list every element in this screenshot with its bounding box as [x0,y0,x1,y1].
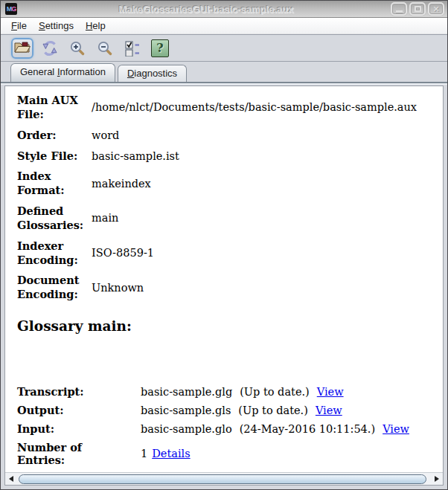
checklist-icon [124,40,141,57]
maximize-button[interactable] [409,2,426,16]
scroll-left-icon [9,476,13,482]
toolbar: ? [1,34,447,62]
details-link[interactable]: Details [152,448,190,460]
field-label: Order: [17,129,80,143]
glossary-heading: Glossary main: [17,318,431,334]
tab-content-area: Main AUX File: /home/nlct/Documents/test… [1,85,447,489]
zoom-in-icon [69,40,86,57]
open-file-button[interactable] [11,38,33,59]
tab-bar: General Information Diagnostics [1,62,447,82]
field-value: word [80,129,431,143]
field-label: Defined Glossaries: [17,204,80,233]
field-value: Unknown [80,281,431,295]
glossary-label: Transcript: [17,385,126,398]
field-value: ISO-8859-1 [80,246,431,260]
help-icon: ? [151,39,169,57]
menu-help[interactable]: Help [80,19,112,33]
glossary-row-entries: Number of Entries: 1Details [17,441,431,466]
glossary-status: (Up to date.) [240,386,310,398]
window-title: MakeGlossariesGUI-basic-sample.aux [22,4,391,15]
close-icon: ✕ [432,4,439,14]
document-view: Main AUX File: /home/nlct/Documents/test… [5,86,443,472]
reload-button[interactable] [39,38,61,59]
view-link[interactable]: View [383,423,409,435]
scrollbar-thumb[interactable] [19,474,426,484]
field-row-document-encoding: Document Encoding: Unknown [17,274,431,302]
menubar: File Settings Help [1,18,447,34]
minimize-button[interactable] [391,2,407,16]
field-label: Document Encoding: [17,274,80,302]
glossary-row-output: Output: basic-sample.gls(Up to date.)Vie… [17,404,431,416]
app-icon-letter-g: G [11,5,16,13]
titlebar[interactable]: MG MakeGlossariesGUI-basic-sample.aux ✕ [1,1,447,18]
horizontal-scrollbar[interactable] [5,472,443,485]
scroll-right-button[interactable] [431,473,443,486]
glossary-file: basic-sample.glo [141,423,232,435]
field-row-style-file: Style File: basic-sample.ist [17,149,431,164]
field-value: makeindex [80,177,431,191]
glossary-file: basic-sample.glg [141,386,232,398]
field-label: Style File: [17,149,80,164]
menu-settings[interactable]: Settings [33,19,80,33]
glossary-row-transcript: Transcript: basic-sample.glg(Up to date.… [17,385,431,398]
scroll-right-icon [435,476,439,482]
glossary-file: basic-sample.gls [141,404,231,416]
view-link[interactable]: View [317,386,344,398]
field-row-defined-glossaries: Defined Glossaries: main [17,204,431,233]
help-button[interactable]: ? [149,38,171,59]
diagnostic-options-button[interactable] [121,38,144,59]
glossary-label: Number of Entries: [17,441,126,466]
zoom-out-button[interactable] [94,38,116,59]
menu-file[interactable]: File [5,19,33,33]
entries-count: 1 [141,448,147,460]
close-button[interactable]: ✕ [428,2,444,16]
open-folder-icon [13,40,31,57]
tab-diagnostics[interactable]: Diagnostics [118,65,187,82]
field-row-order: Order: word [17,129,431,143]
glossary-row-input: Input: basic-sample.glo(24-May-2016 10:1… [17,422,431,435]
view-link[interactable]: View [316,404,342,416]
general-information-panel: Main AUX File: /home/nlct/Documents/test… [4,86,444,486]
field-value: basic-sample.ist [80,149,431,164]
scroll-left-button[interactable] [5,473,17,486]
glossary-status: (24-May-2016 10:11:54.) [240,423,376,435]
app-window: MG MakeGlossariesGUI-basic-sample.aux ✕ … [0,0,448,490]
maximize-icon [415,6,421,12]
field-row-main-aux-file: Main AUX File: /home/nlct/Documents/test… [17,94,431,122]
zoom-in-button[interactable] [66,38,89,59]
glossary-label: Output: [17,404,126,416]
glossary-label: Input: [17,422,126,435]
field-value: /home/nlct/Documents/tests/basic-sample/… [80,100,431,115]
tab-general-information[interactable]: General Information [10,63,115,82]
minimize-icon [396,10,403,13]
field-label: Main AUX File: [17,94,80,122]
field-label: Index Format: [17,170,80,198]
field-label: Indexer Encoding: [17,239,80,268]
field-row-index-format: Index Format: makeindex [17,170,431,198]
field-value: main [80,211,431,225]
window-controls: ✕ [391,2,444,16]
app-icon: MG [5,3,17,15]
reload-icon [41,39,59,57]
glossary-status: (Up to date.) [238,404,308,416]
field-row-indexer-encoding: Indexer Encoding: ISO-8859-1 [17,239,431,268]
zoom-out-icon [97,40,113,57]
